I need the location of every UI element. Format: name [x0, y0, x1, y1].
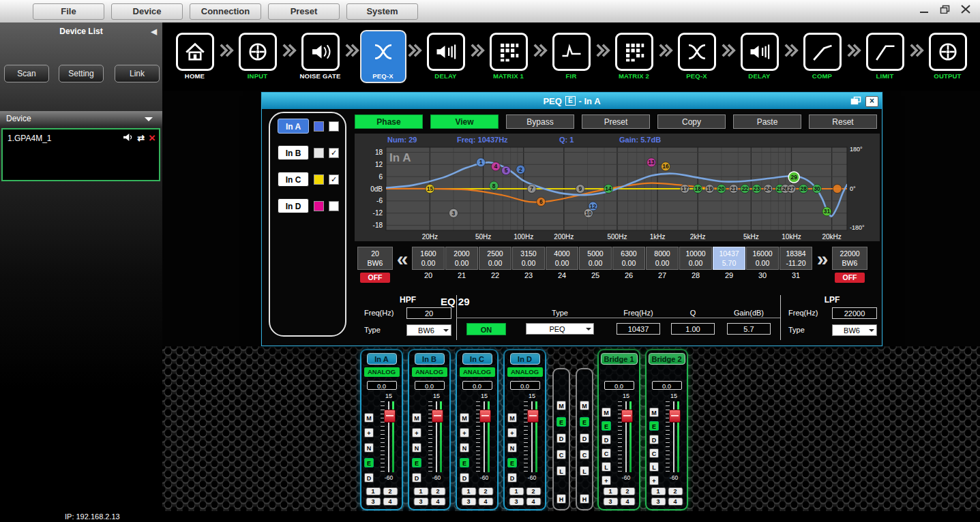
gain-value-box[interactable]: 0.0 [604, 381, 634, 390]
eq-marker-9[interactable]: 9 [576, 185, 584, 194]
menu-connection[interactable]: Connection [190, 3, 261, 20]
channel-header-bridge-1[interactable]: Bridge 1 [600, 353, 637, 365]
eq-marker-21[interactable]: 21 [729, 185, 738, 194]
key-l[interactable]: L [556, 466, 566, 476]
hpf-freq-field[interactable]: 20 [406, 307, 451, 319]
gain-value-box[interactable]: 0.0 [510, 381, 540, 390]
toolbar-item-matrix-2-7[interactable]: MATRIX 2 [611, 30, 657, 83]
gain-value-box[interactable]: 0.0 [367, 381, 397, 390]
pad-4[interactable]: 4 [620, 497, 635, 506]
copy-button[interactable]: Copy [657, 114, 726, 129]
eq-freq-field[interactable]: 10437 [617, 323, 660, 335]
key-h[interactable]: H [580, 494, 589, 504]
channel-view-checkbox[interactable]: ✓ [329, 174, 339, 185]
device-dropdown[interactable]: Device [0, 111, 162, 127]
eq-gain-field[interactable]: 5.7 [727, 323, 771, 335]
key-d[interactable]: D [364, 473, 374, 482]
fader-handle[interactable] [432, 410, 443, 423]
gain-value-box[interactable]: 0.0 [415, 381, 445, 390]
pad-3[interactable]: 3 [413, 497, 428, 506]
channel-header-in-c[interactable]: In C [462, 353, 492, 365]
eq-marker-18[interactable]: 18 [694, 185, 702, 194]
gain-value-box[interactable]: 0.0 [462, 381, 492, 390]
toolbar-item-output-12[interactable]: OUTPUT [925, 30, 971, 83]
key-plus[interactable]: + [364, 428, 374, 437]
pad-1[interactable]: 1 [413, 487, 428, 495]
pad-2[interactable]: 2 [526, 487, 541, 495]
input-source-button[interactable]: ANALOG [507, 367, 543, 377]
fader-handle[interactable] [479, 410, 491, 423]
dialog-close-icon[interactable]: × [865, 96, 878, 107]
band-cell-27[interactable]: 80000.00 [646, 247, 679, 270]
pad-1[interactable]: 1 [651, 487, 666, 495]
eq-q-field[interactable]: 1.00 [671, 323, 715, 335]
key-m[interactable]: M [460, 413, 469, 423]
sidebar-setting-button[interactable]: Setting [59, 65, 104, 82]
pad-1[interactable]: 1 [461, 487, 476, 495]
eq-marker-28[interactable]: 28 [799, 185, 808, 194]
toolbar-item-limit-11[interactable]: LIMIT [862, 30, 908, 83]
device-item[interactable]: 1.GPA4M_1⇄× [1, 128, 160, 181]
band-cell-30[interactable]: 160000.00 [746, 247, 779, 270]
channel-button-in-c[interactable]: In C [278, 172, 309, 187]
band-cell-21[interactable]: 20000.00 [445, 247, 478, 270]
bypass-button[interactable]: Bypass [506, 114, 574, 129]
toolbar-item-delay-4[interactable]: DELAY [423, 30, 469, 83]
channel-header-in-b[interactable]: In B [415, 353, 445, 365]
eq-marker-29[interactable]: 29 [788, 172, 799, 183]
key-m[interactable]: M [602, 408, 611, 417]
eq-marker-31[interactable]: 31 [822, 207, 831, 216]
pad-4[interactable]: 4 [383, 497, 398, 506]
pad-4[interactable]: 4 [668, 497, 683, 506]
band-cell-26[interactable]: 63000.00 [612, 247, 645, 270]
band-cell-20[interactable]: 16000.00 [412, 247, 445, 270]
eq-marker-2[interactable]: 2 [516, 165, 525, 174]
gain-value-box[interactable]: 0.0 [652, 381, 682, 390]
fader-handle[interactable] [384, 410, 396, 423]
link-loop-icon[interactable]: ⇄ [137, 134, 145, 143]
eq-marker-23[interactable]: 23 [752, 185, 761, 194]
key-e[interactable]: E [412, 458, 421, 467]
eq-marker-19[interactable]: 19 [705, 185, 714, 194]
key-plus[interactable]: + [460, 428, 469, 437]
toolbar-item-delay-9[interactable]: DELAY [737, 30, 783, 83]
band-cell-28[interactable]: 100000.00 [679, 247, 712, 270]
fader-handle[interactable] [527, 410, 539, 423]
key-d[interactable]: D [412, 473, 421, 482]
key-e[interactable]: E [460, 458, 469, 467]
key-d[interactable]: D [649, 435, 659, 444]
key-n[interactable]: N [364, 443, 374, 452]
toolbar-item-input-1[interactable]: INPUT [235, 30, 281, 83]
eq-marker-8[interactable]: 8 [490, 181, 499, 190]
remove-device-icon[interactable]: × [149, 134, 155, 143]
eq-marker-1[interactable]: 1 [477, 158, 486, 167]
key-m[interactable]: M [649, 408, 659, 417]
toolbar-item-comp-10[interactable]: COMP [799, 30, 846, 83]
pad-3[interactable]: 3 [366, 497, 381, 506]
hpf-band-off-button[interactable]: OFF [360, 273, 390, 283]
key-e[interactable]: E [580, 417, 589, 427]
input-source-button[interactable]: ANALOG [460, 367, 495, 377]
key-plus[interactable]: + [507, 428, 517, 437]
channel-view-checkbox[interactable] [329, 201, 339, 211]
pad-2[interactable]: 2 [430, 487, 445, 495]
key-n[interactable]: N [507, 443, 517, 452]
scroll-bands-left[interactable]: « [396, 247, 409, 271]
hpf-band-cell[interactable]: 20BW6 [357, 247, 393, 270]
key-n[interactable]: N [460, 443, 469, 452]
menu-preset[interactable]: Preset [268, 3, 340, 20]
eq-marker-12[interactable]: 12 [589, 202, 597, 211]
eq-marker-lpf-handle[interactable] [833, 185, 842, 194]
pad-3[interactable]: 3 [461, 497, 476, 506]
key-h[interactable]: H [556, 494, 566, 504]
hpf-type-select[interactable]: BW6 [406, 324, 451, 336]
eq-marker-20[interactable]: 20 [717, 185, 726, 194]
speaker-icon[interactable] [123, 132, 133, 144]
view-button[interactable]: View [430, 114, 499, 129]
minimize-button[interactable] [919, 5, 929, 14]
eq-on-button[interactable]: ON [466, 323, 506, 335]
eq-marker-7[interactable]: 7 [527, 185, 536, 194]
key-m[interactable]: M [580, 401, 589, 410]
pad-3[interactable]: 3 [651, 497, 666, 506]
reset-button[interactable]: Reset [809, 114, 877, 129]
